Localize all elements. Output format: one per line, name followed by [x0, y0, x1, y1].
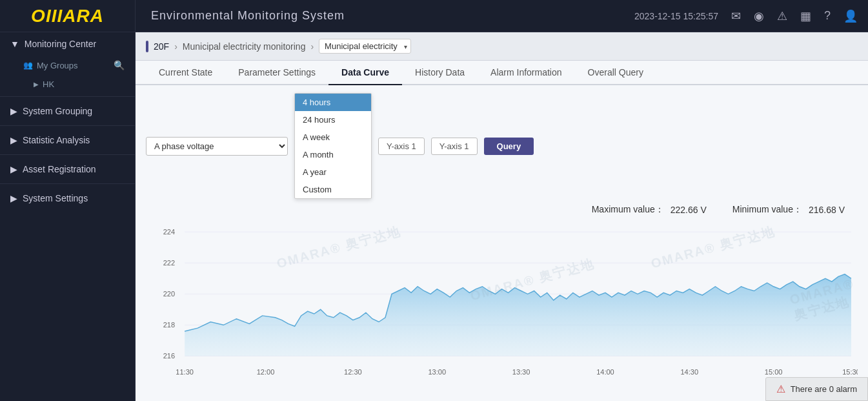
tab-history-data[interactable]: History Data	[402, 61, 478, 85]
body-area: ▼ Monitoring Center 👥 My Groups 🔍 ▶ HK ▶…	[0, 32, 868, 401]
tabs-bar: Current State Parameter Settings Data Cu…	[136, 61, 868, 85]
tab-overall-query[interactable]: Overall Query	[575, 61, 656, 85]
min-value: 216.68 V	[809, 205, 845, 215]
top-header: OIIIARA Environmental Monitoring System …	[0, 0, 868, 32]
logo: OIIIARA	[31, 6, 104, 26]
divider-1	[0, 96, 135, 97]
logo-area: OIIIARA	[0, 0, 136, 32]
divider-2	[0, 125, 135, 126]
svg-text:15:30: 15:30	[842, 368, 858, 376]
sidebar-item-system-grouping[interactable]: ▶ System Grouping	[0, 99, 135, 123]
chart-section: A phase voltage 4 hours 24 hours A week …	[136, 85, 868, 401]
svg-text:216: 216	[163, 352, 175, 360]
arrow-right-icon-3: ▶	[10, 135, 17, 145]
arrow-right-icon-2: ▶	[10, 106, 17, 116]
sidebar-item-system-settings[interactable]: ▶ System Settings	[0, 187, 135, 210]
arrow-right-icon: ▶	[34, 81, 39, 88]
header-right: 2023-12-15 15:25:57 ✉ ◉ ⚠ ▦ ? 👤	[634, 9, 868, 23]
tab-current-state[interactable]: Current State	[146, 61, 225, 85]
app-title: Environmental Monitoring System	[136, 9, 634, 23]
time-option-year[interactable]: A year	[295, 163, 371, 181]
user-icon[interactable]: 👤	[843, 9, 858, 23]
svg-text:14:00: 14:00	[596, 368, 614, 376]
svg-text:222: 222	[163, 259, 175, 267]
arrow-right-icon-4: ▶	[10, 164, 17, 174]
svg-text:13:30: 13:30	[512, 368, 530, 376]
query-button[interactable]: Query	[484, 138, 534, 155]
time-dropdown-menu[interactable]: 4 hours 24 hours A week A month A year C…	[294, 93, 372, 199]
arrow-right-icon-5: ▶	[10, 193, 17, 203]
breadcrumb-sep-1: ›	[174, 41, 177, 52]
my-groups-label: My Groups	[37, 61, 78, 70]
yaxis1-button[interactable]: Y-axis 1	[378, 138, 425, 155]
max-value: 222.66 V	[671, 205, 707, 215]
arrow-down-icon: ▼	[10, 39, 19, 49]
main-content: 20F › Municipal electricity monitoring ›…	[136, 32, 868, 401]
chart-wrapper: OMARA® 奥宁达地 OMARA® 奥宁达地 OMARA® 奥宁达地 OMAR…	[146, 220, 858, 393]
breadcrumb-select-wrapper[interactable]: Municipal electricity Option 2	[319, 39, 411, 54]
svg-text:224: 224	[163, 228, 175, 236]
search-icon[interactable]: 🔍	[114, 60, 125, 70]
stats-row: Maximum value： 222.66 V Minimum value： 2…	[146, 204, 858, 216]
chart-svg: 224 222 220 218 216	[146, 220, 858, 393]
sidebar-item-statistic-analysis[interactable]: ▶ Statistic Analysis	[0, 129, 135, 152]
time-dropdown-container[interactable]: 4 hours 24 hours A week A month A year C…	[294, 93, 372, 199]
divider-3	[0, 154, 135, 155]
svg-text:12:00: 12:00	[257, 368, 275, 376]
sidebar-monitoring-center-label: Monitoring Center	[25, 39, 96, 49]
datetime-display: 2023-12-15 15:25:57	[634, 11, 718, 21]
sidebar-item-my-groups[interactable]: 👥 My Groups 🔍	[0, 56, 135, 75]
location-icon[interactable]: ◉	[754, 9, 764, 23]
help-icon[interactable]: ?	[824, 9, 831, 23]
svg-text:15:00: 15:00	[765, 368, 783, 376]
sidebar: ▼ Monitoring Center 👥 My Groups 🔍 ▶ HK ▶…	[0, 32, 136, 401]
asset-registration-label: Asset Registration	[23, 164, 96, 174]
svg-text:218: 218	[163, 321, 175, 329]
controls-row: A phase voltage 4 hours 24 hours A week …	[146, 93, 858, 199]
yaxis2-button[interactable]: Y-axis 1	[431, 138, 478, 155]
calendar-icon[interactable]: ▦	[800, 9, 811, 23]
divider-4	[0, 183, 135, 184]
svg-text:12:30: 12:30	[344, 368, 362, 376]
status-text: There are 0 alarm	[791, 384, 857, 394]
svg-text:220: 220	[163, 290, 175, 298]
breadcrumb-sep-2: ›	[310, 41, 314, 52]
alert-icon[interactable]: ⚠	[777, 9, 787, 23]
status-bar: ⚠ There are 0 alarm	[765, 377, 868, 401]
mail-icon[interactable]: ✉	[731, 9, 741, 23]
param-select[interactable]: A phase voltage	[146, 137, 288, 156]
svg-text:13:00: 13:00	[428, 368, 446, 376]
svg-text:14:30: 14:30	[680, 368, 698, 376]
time-option-custom[interactable]: Custom	[295, 181, 371, 198]
time-option-24hours[interactable]: 24 hours	[295, 111, 371, 129]
breadcrumb-select[interactable]: Municipal electricity Option 2	[319, 39, 411, 54]
breadcrumb-bar: 20F › Municipal electricity monitoring ›…	[136, 32, 868, 61]
time-option-week[interactable]: A week	[295, 129, 371, 146]
tab-alarm-information[interactable]: Alarm Information	[478, 61, 574, 85]
svg-text:11:30: 11:30	[176, 368, 194, 376]
breadcrumb-link[interactable]: Municipal electricity monitoring	[183, 41, 306, 52]
tab-data-curve[interactable]: Data Curve	[328, 61, 402, 85]
sidebar-item-hk[interactable]: ▶ HK	[0, 75, 135, 94]
min-label: Minimum value：	[732, 204, 802, 216]
system-settings-label: System Settings	[23, 193, 88, 203]
max-label: Maximum value：	[592, 204, 664, 216]
breadcrumb-floor: 20F	[154, 41, 169, 52]
time-option-4hours[interactable]: 4 hours	[295, 94, 371, 111]
hk-label: HK	[43, 79, 54, 89]
tab-parameter-settings[interactable]: Parameter Settings	[225, 61, 328, 85]
group-icon: 👥	[23, 61, 33, 70]
statistic-analysis-label: Statistic Analysis	[23, 135, 90, 145]
alarm-icon: ⚠	[776, 383, 785, 395]
time-option-month[interactable]: A month	[295, 146, 371, 163]
sidebar-item-asset-registration[interactable]: ▶ Asset Registration	[0, 158, 135, 181]
breadcrumb-accent	[146, 41, 148, 52]
sidebar-item-monitoring-center[interactable]: ▼ Monitoring Center	[0, 32, 135, 56]
system-grouping-label: System Grouping	[23, 106, 92, 116]
